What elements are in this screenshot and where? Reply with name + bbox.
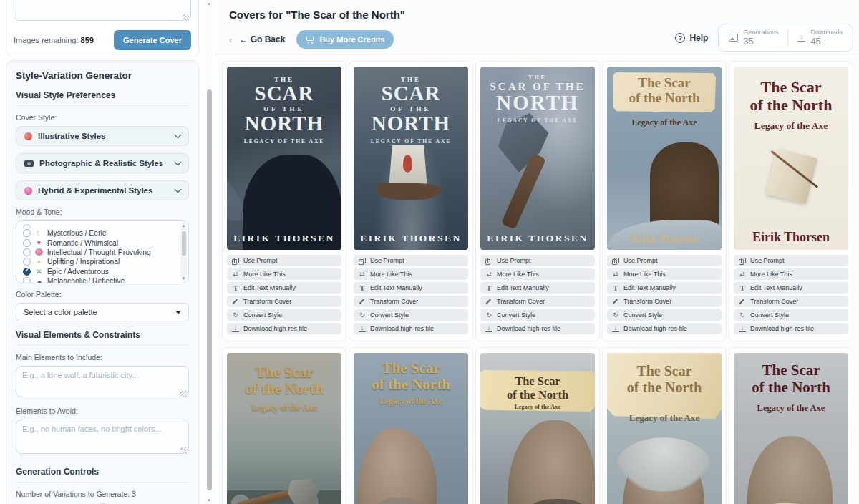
cover-action-button[interactable]: T Edit Text Manually <box>227 282 341 294</box>
cover-art-shape <box>508 420 595 504</box>
cover-action-button[interactable]: ↓ Download high-res file <box>607 323 722 334</box>
dropdown-arrow-icon <box>175 311 181 314</box>
scroll-thumb[interactable] <box>207 89 212 490</box>
cover-style-dropdown[interactable]: Hybrid & Experimental Styles <box>16 180 189 200</box>
cover-action-button[interactable]: T Edit Text Manually <box>607 282 722 294</box>
cover-image[interactable]: The Scarof the NorthLegacy of the Axe Ei… <box>734 67 848 250</box>
style-variation-panel: Style-Variation Generator Visual Style P… <box>6 60 199 504</box>
cover-action-button[interactable]: Use Prompt <box>354 255 468 266</box>
action-label: Transform Cover <box>243 298 291 305</box>
scroll-thumb[interactable] <box>182 231 186 256</box>
mood-option[interactable]: ☁ Melancholic / Reflective <box>23 276 177 284</box>
cover-action-button[interactable]: ↻ Convert Style <box>734 309 848 321</box>
stat-label: Downloads <box>810 29 843 36</box>
cover-action-button[interactable]: ↓ Download high-res file <box>734 323 848 334</box>
visual-style-heading: Visual Style Preferences <box>16 90 189 106</box>
cover-action-button[interactable]: ⇄ More Like This <box>227 268 341 280</box>
mood-checkbox[interactable] <box>23 229 31 237</box>
cover-action-button[interactable]: ↻ Convert Style <box>480 309 595 321</box>
buy-more-credits-button[interactable]: Buy More Credits <box>296 30 394 49</box>
cover-action-button[interactable]: Use Prompt <box>480 255 595 266</box>
cover-image[interactable]: THESCAR OF THENORTHLEGACY OF THE AXE EIR… <box>480 67 595 250</box>
cover-action-button[interactable]: Use Prompt <box>734 255 848 266</box>
cover-image[interactable]: The Scarof the NorthLegacy of the Axe <box>227 353 341 504</box>
mood-checkbox[interactable] <box>23 268 31 276</box>
cover-action-button[interactable]: ↻ Convert Style <box>354 309 468 321</box>
action-label: Transform Cover <box>750 298 798 305</box>
mood-checkbox[interactable] <box>23 239 31 247</box>
cover-action-button[interactable]: Transform Cover <box>607 296 722 307</box>
text-icon: T <box>359 285 366 291</box>
cover-image[interactable]: The Scarof the NorthLegacy of the Axe Ei… <box>607 67 722 250</box>
help-button[interactable]: ? Help <box>675 33 708 43</box>
camera-icon <box>24 160 34 167</box>
scroll-up-icon[interactable]: ▲ <box>180 223 187 228</box>
include-label: Main Elements to Include: <box>16 353 189 362</box>
avoid-textarea[interactable] <box>16 420 189 454</box>
cover-action-button[interactable]: Use Prompt <box>607 255 722 266</box>
download2-icon: ↓ <box>359 325 366 332</box>
cover-image[interactable]: THESCAROF THENORTHLEGACY OF THE AXE EIRI… <box>354 67 468 250</box>
mood-checkbox[interactable] <box>23 258 31 266</box>
cover-action-button[interactable]: Use Prompt <box>227 255 341 266</box>
include-textarea[interactable] <box>16 366 189 397</box>
cover-action-button[interactable]: ↓ Download high-res file <box>354 323 468 334</box>
cover-subtitle: Legacy of the Axe <box>480 403 595 410</box>
mood-option[interactable]: ✶ Uplifting / Inspirational <box>23 257 177 266</box>
cover-action-button[interactable]: ↓ Download high-res file <box>227 323 341 334</box>
cover-action-button[interactable]: T Edit Text Manually <box>354 282 468 294</box>
mood-option[interactable]: ♥ Romantic / Whimsical <box>23 238 177 247</box>
cover-action-button[interactable]: Transform Cover <box>480 296 595 307</box>
prompt-textarea[interactable] <box>14 0 191 21</box>
cover-image[interactable]: The Scarof the NorthLegacy of the Axe <box>354 353 468 504</box>
cover-action-button[interactable]: ↻ Convert Style <box>227 309 341 321</box>
cover-action-button[interactable]: ⇄ More Like This <box>354 268 468 280</box>
cover-style-dropdown[interactable]: Photographic & Realistic Styles <box>16 153 189 173</box>
mood-option[interactable]: ⚔ Epic / Adventurous <box>23 267 177 276</box>
color-palette-select[interactable]: Select a color palette <box>16 303 189 321</box>
cover-author: Eirik Thorsen <box>607 233 722 246</box>
chevron-down-icon <box>175 158 182 165</box>
cover-subtitle: Legacy of the Axe <box>734 120 848 132</box>
cover-action-button[interactable]: T Edit Text Manually <box>734 282 848 294</box>
cover-action-button[interactable]: Transform Cover <box>227 296 341 307</box>
action-label: Use Prompt <box>497 257 531 264</box>
visual-elements-heading: Visual Elements & Constraints <box>16 330 189 346</box>
back-chevron-icon[interactable]: ‹ <box>229 34 232 45</box>
cover-action-button[interactable]: Transform Cover <box>734 296 848 307</box>
cover-image[interactable]: The Scarof the NorthLegacy of the Axe <box>734 353 848 504</box>
cover-action-button[interactable]: ⇄ More Like This <box>734 268 848 280</box>
go-back-link[interactable]: ← Go Back <box>239 34 285 44</box>
cover-action-button[interactable]: ⇄ More Like This <box>480 268 595 280</box>
action-label: More Like This <box>623 271 666 278</box>
mood-list-scrollbar[interactable]: ▲ ▼ <box>180 223 187 281</box>
scroll-up-icon[interactable]: ▲ <box>205 1 213 6</box>
scroll-down-icon[interactable]: ▼ <box>180 276 187 281</box>
mood-tone-label: Mood & Tone: <box>16 208 189 216</box>
mood-checkbox[interactable] <box>23 277 31 284</box>
copy-icon <box>739 257 746 264</box>
mood-option[interactable]: ☾ Mysterious / Eerie <box>23 228 177 238</box>
cover-action-button[interactable]: ⇄ More Like This <box>607 268 722 280</box>
cover-image[interactable]: The Scarof the NorthLegacy of the Axe <box>607 353 722 504</box>
cover-action-button[interactable]: T Edit Text Manually <box>480 282 595 294</box>
cover-action-button[interactable]: ↻ Convert Style <box>607 309 722 321</box>
cover-title-line: The Scar <box>354 360 468 377</box>
action-label: More Like This <box>497 271 539 278</box>
action-label: More Like This <box>750 271 792 278</box>
cover-style-dropdown[interactable]: Illustrative Styles <box>16 126 189 146</box>
generate-cover-button[interactable]: Generate Cover <box>114 30 191 50</box>
text-icon: T <box>485 285 492 291</box>
mood-checkbox[interactable] <box>23 248 31 256</box>
cover-image[interactable]: THESCAROF THENORTHLEGACY OF THE AXE EIRI… <box>227 67 341 250</box>
cover-action-button[interactable]: Transform Cover <box>354 296 468 307</box>
cover-art-shape <box>356 427 437 504</box>
mood-row-clipped <box>23 223 177 228</box>
scroll-down-icon[interactable]: ▼ <box>205 498 213 503</box>
mood-option[interactable]: Intellectual / Thought-Provoking <box>23 248 177 257</box>
cover-title: The Scarof the NorthLegacy of the Axe <box>734 362 848 414</box>
sidebar-scrollbar[interactable]: ▲ ▼ <box>205 0 213 504</box>
cover-image[interactable]: The Scarof the NorthLegacy of the Axe <box>480 353 595 504</box>
cover-action-button[interactable]: ↓ Download high-res file <box>480 323 595 334</box>
convert-icon: ↻ <box>485 312 492 319</box>
